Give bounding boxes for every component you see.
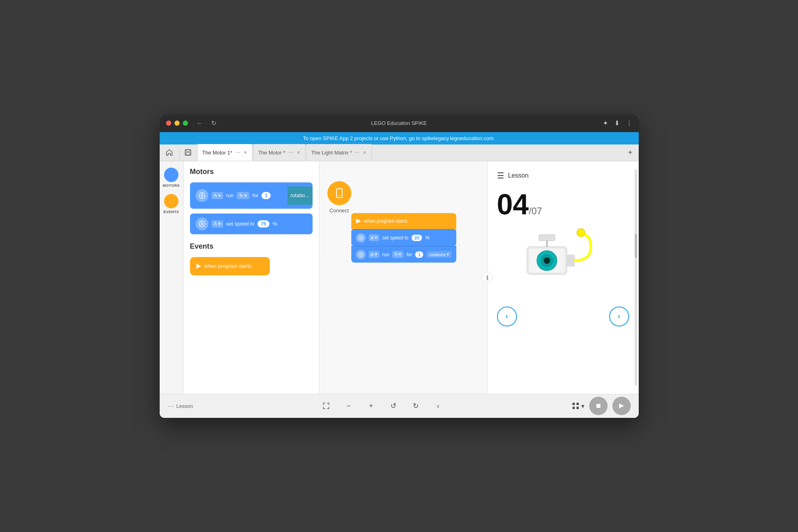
direction-chevron: ▾ xyxy=(244,193,247,198)
connect-circle xyxy=(327,181,351,205)
grid-view-button[interactable]: ▾ xyxy=(572,402,584,410)
motor-run-block[interactable]: A ▾ run ↻ ▾ for 1 rotatio... xyxy=(190,182,313,209)
speed-port: A xyxy=(214,221,217,227)
ws-for-label: for xyxy=(406,252,412,257)
direction-icon: ↻ xyxy=(239,193,243,198)
tab-light-matrix[interactable]: The Light Matrix * ⋯ ✕ xyxy=(306,144,372,161)
ws-rotations-chevron: ▾ xyxy=(447,252,449,257)
ws-direction-dropdown[interactable]: ↻ ▾ xyxy=(392,251,403,258)
close-button[interactable] xyxy=(166,121,171,126)
lesson-total: /07 xyxy=(529,206,542,216)
rotation-value: 1 xyxy=(261,192,271,199)
ws-when-program-starts[interactable]: when program starts xyxy=(351,213,456,229)
titlebar: ← ↻ LEGO Education SPIKE ✦ ⬇ ⋮ xyxy=(160,115,639,132)
back-button[interactable]: ← xyxy=(194,119,206,128)
ws-play-icon xyxy=(356,219,361,223)
port-value: A xyxy=(214,193,217,198)
back-arrow-button[interactable]: ‹ xyxy=(431,399,445,413)
ws-speed-value: 20 xyxy=(412,235,422,241)
tab-close-icon[interactable]: ✕ xyxy=(297,150,300,155)
undo-icon: ↺ xyxy=(390,401,396,410)
sidebar-item-motors[interactable]: MOTORS xyxy=(163,168,180,188)
motor-speed-svg xyxy=(198,220,206,227)
refresh-button[interactable]: ↻ xyxy=(209,119,219,128)
port-dropdown[interactable]: A ▾ xyxy=(212,192,223,199)
maximize-button[interactable] xyxy=(183,121,188,126)
tab-options-icon[interactable]: ⋯ xyxy=(355,150,360,155)
puzzle-icon[interactable]: ✦ xyxy=(603,119,608,127)
menu-icon[interactable]: ⋮ xyxy=(626,119,632,127)
svg-rect-10 xyxy=(337,189,342,198)
collapse-panel-button[interactable]: ‖ xyxy=(482,272,493,283)
save-button[interactable] xyxy=(180,144,196,161)
home-button[interactable] xyxy=(160,144,180,161)
ws-port-2: A xyxy=(371,252,374,257)
ws-rotations-dropdown[interactable]: rotations ▾ xyxy=(426,251,451,258)
stop-button[interactable] xyxy=(589,397,608,415)
lesson-navigation: ‹ › xyxy=(497,299,629,334)
lesson-scrollbar[interactable] xyxy=(635,169,637,386)
zoom-out-icon: − xyxy=(347,402,351,410)
play-button[interactable] xyxy=(612,397,631,415)
tab-close-icon[interactable]: ✕ xyxy=(244,150,247,155)
tab-motor-1[interactable]: The Motor 1* ⋯ ✕ xyxy=(197,144,252,161)
ws-run-block[interactable]: A ▾ run ↻ ▾ for 1 rotations ▾ xyxy=(351,246,456,263)
tab-label: The Motor * xyxy=(258,150,285,156)
lesson-prev-button[interactable]: ‹ xyxy=(497,307,517,326)
svg-point-8 xyxy=(201,223,203,225)
fit-icon xyxy=(322,402,330,410)
ws-port-dropdown-2[interactable]: A ▾ xyxy=(369,251,379,258)
motors-section-title: Motors xyxy=(190,168,313,176)
sidebar-item-events[interactable]: EVENTS xyxy=(163,194,179,214)
zoom-in-button[interactable]: + xyxy=(364,399,378,413)
prev-arrow-icon: ‹ xyxy=(506,312,508,320)
lesson-content: ☰ Lesson 04/07 xyxy=(487,161,639,394)
svg-point-20 xyxy=(544,257,550,264)
ws-set-speed-block[interactable]: A ▾ set speed to 20 % xyxy=(351,229,456,246)
lesson-image-area xyxy=(497,227,629,291)
ws-port-dropdown-1[interactable]: A ▾ xyxy=(369,234,379,241)
tab-close-icon[interactable]: ✕ xyxy=(363,150,366,155)
redo-button[interactable]: ↻ xyxy=(408,399,423,413)
bottom-toolbar: ⋯ Lesson − + ↺ ↻ ‹ xyxy=(160,394,639,418)
motor-speed-block[interactable]: A ▾ set speed to 75 % xyxy=(190,214,313,234)
connect-button[interactable]: Connect xyxy=(327,181,351,214)
window-title: LEGO Education SPIKE xyxy=(371,120,427,126)
grid-dropdown-icon: ▾ xyxy=(581,402,584,410)
main-window: ← ↻ LEGO Education SPIKE ✦ ⬇ ⋮ To open S… xyxy=(160,115,639,418)
lesson-number: 04 xyxy=(497,188,529,220)
tab-options-icon[interactable]: ⋯ xyxy=(289,150,293,155)
fit-button[interactable] xyxy=(319,399,333,413)
lesson-next-button[interactable]: › xyxy=(609,307,629,326)
zoom-out-button[interactable]: − xyxy=(341,399,356,413)
lesson-toolbar-item[interactable]: ⋯ Lesson xyxy=(168,402,193,410)
tab-options-icon[interactable]: ⋯ xyxy=(236,150,240,155)
stop-icon xyxy=(595,403,602,409)
undo-button[interactable]: ↺ xyxy=(386,399,400,413)
traffic-lights xyxy=(166,121,188,126)
svg-rect-24 xyxy=(572,403,575,405)
port-chevron: ▾ xyxy=(218,193,221,198)
motor-speed-icon xyxy=(196,218,208,230)
svg-rect-26 xyxy=(572,407,575,409)
lesson-panel: ‖ ☰ Lesson 04/07 xyxy=(487,161,639,394)
speed-port-dropdown[interactable]: A ▾ xyxy=(212,220,223,227)
minimize-button[interactable] xyxy=(174,121,180,126)
lesson-header: ☰ Lesson xyxy=(497,171,629,180)
workspace[interactable]: Connect when program starts xyxy=(319,161,487,394)
set-speed-label: set speed to xyxy=(226,221,255,227)
connect-label: Connect xyxy=(329,208,349,214)
lesson-title: Lesson xyxy=(508,172,529,179)
when-program-starts-block[interactable]: when program starts xyxy=(190,257,270,275)
motor-svg xyxy=(198,192,206,199)
ws-motor-icon-1 xyxy=(356,233,366,243)
grid-icon xyxy=(572,402,580,410)
tab-motor[interactable]: The Motor * ⋯ ✕ xyxy=(253,144,305,161)
direction-dropdown[interactable]: ↻ ▾ xyxy=(237,192,249,199)
svg-point-4 xyxy=(201,194,203,197)
download-icon[interactable]: ⬇ xyxy=(614,119,620,127)
when-program-label: when program starts xyxy=(204,263,252,269)
add-tab-button[interactable]: + xyxy=(622,144,639,161)
toolbar-right: ▾ xyxy=(572,397,631,415)
rotation-unit: rotatio... xyxy=(287,186,313,205)
